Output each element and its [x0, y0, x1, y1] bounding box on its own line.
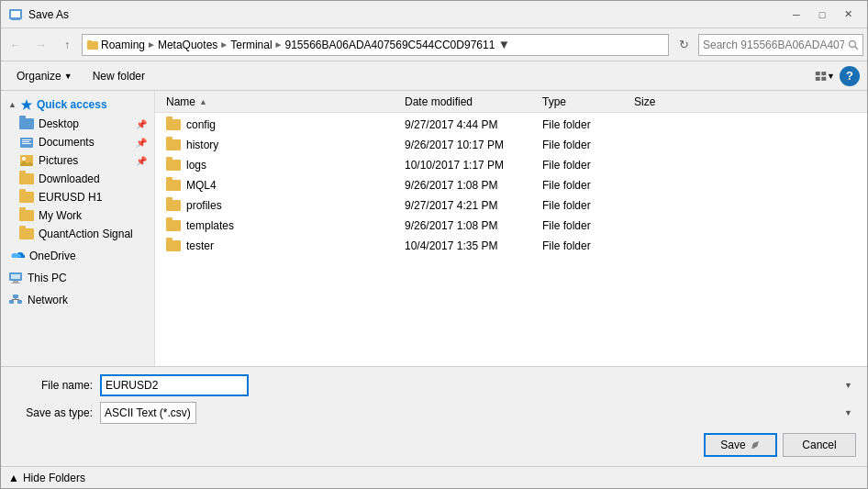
quick-access-section: ▲ Quick access Desktop 📌 [1, 94, 154, 243]
svg-rect-8 [816, 72, 820, 75]
sidebar-item-desktop[interactable]: Desktop 📌 [1, 115, 154, 133]
breadcrumb-id: 915566BA06ADA407569C544CC0D97611 [284, 39, 495, 51]
eurusd-folder-icon [19, 192, 34, 203]
file-date-cell: 9/26/2017 1:08 PM [405, 179, 542, 192]
file-folder-icon [166, 160, 181, 171]
file-name-cell: logs [166, 159, 405, 172]
onedrive-icon [8, 250, 25, 261]
hide-folders-button[interactable]: ▲ Hide Folders [8, 472, 85, 484]
column-date[interactable]: Date modified [405, 95, 542, 108]
dialog-title: Save As [28, 8, 785, 21]
sidebar-item-quantaction[interactable]: QuantAction Signal [1, 225, 154, 243]
network-icon [8, 294, 23, 306]
sidebar-item-pictures[interactable]: Pictures 📌 [1, 151, 154, 170]
table-row[interactable]: config 9/27/2017 4:44 PM File folder [155, 115, 867, 135]
column-name[interactable]: Name ▲ [166, 95, 405, 108]
refresh-button[interactable]: ↻ [673, 34, 695, 56]
save-button[interactable]: Save [704, 433, 777, 457]
filetype-select[interactable]: ASCII Text (*.csv) [100, 402, 196, 424]
file-date-cell: 10/4/2017 1:35 PM [405, 239, 542, 252]
file-folder-icon [166, 220, 181, 231]
search-icon [848, 39, 859, 50]
file-type-cell: File folder [542, 219, 634, 232]
table-row[interactable]: tester 10/4/2017 1:35 PM File folder [155, 236, 867, 256]
maximize-button[interactable]: □ [810, 6, 834, 24]
save-cursor-icon [750, 439, 761, 450]
file-date-cell: 9/26/2017 10:17 PM [405, 139, 542, 151]
new-folder-button[interactable]: New folder [84, 65, 153, 87]
filename-row: File name: [12, 374, 856, 396]
file-folder-icon [166, 180, 181, 191]
column-size[interactable]: Size [634, 95, 707, 108]
sidebar-item-onedrive[interactable]: OneDrive [1, 247, 154, 265]
table-row[interactable]: logs 10/10/2017 1:17 PM File folder [155, 155, 867, 175]
file-folder-icon [166, 119, 181, 130]
file-name-cell: profiles [166, 199, 405, 212]
search-input[interactable] [703, 39, 844, 51]
star-icon [20, 98, 33, 111]
desktop-folder-icon [19, 118, 34, 129]
organize-button[interactable]: Organize ▼ [8, 65, 81, 87]
sidebar-item-documents[interactable]: Documents 📌 [1, 133, 154, 151]
sidebar-item-mywork[interactable]: My Work [1, 206, 154, 225]
breadcrumb-metaquotes: MetaQuotes [158, 39, 217, 51]
svg-rect-25 [9, 300, 14, 304]
file-date-cell: 9/27/2017 4:44 PM [405, 118, 542, 131]
forward-button[interactable]: → [30, 34, 52, 56]
bottom-section: File name: Save as type: ASCII Text (*.c… [1, 366, 867, 466]
file-type-cell: File folder [542, 199, 634, 212]
sidebar-item-eurusd[interactable]: EURUSD H1 [1, 188, 154, 206]
onedrive-section: OneDrive [1, 247, 154, 265]
table-row[interactable]: templates 9/26/2017 1:08 PM File folder [155, 216, 867, 236]
thispc-section: This PC [1, 269, 154, 287]
close-button[interactable]: ✕ [836, 6, 860, 24]
sidebar-item-network[interactable]: Network [1, 291, 154, 309]
quick-access-header[interactable]: ▲ Quick access [1, 94, 154, 115]
file-type-cell: File folder [542, 139, 634, 151]
sidebar-item-thispc[interactable]: This PC [1, 269, 154, 287]
title-bar: Save As ─ □ ✕ [1, 1, 867, 28]
svg-rect-21 [11, 274, 20, 279]
view-icon [815, 69, 827, 83]
network-section: Network [1, 291, 154, 309]
file-name-cell: templates [166, 219, 405, 232]
minimize-button[interactable]: ─ [785, 6, 808, 24]
cancel-button[interactable]: Cancel [783, 433, 856, 457]
pin-icon-pictures: 📌 [136, 156, 147, 166]
file-list: config 9/27/2017 4:44 PM File folder his… [155, 113, 867, 366]
filename-label: File name: [12, 379, 93, 392]
svg-rect-23 [11, 283, 20, 283]
table-row[interactable]: history 9/26/2017 10:17 PM File folder [155, 135, 867, 155]
svg-line-29 [16, 299, 20, 300]
svg-point-18 [22, 157, 26, 161]
svg-rect-2 [13, 17, 18, 19]
view-options-button[interactable]: ▼ [814, 65, 836, 87]
svg-rect-24 [13, 295, 18, 298]
table-row[interactable]: MQL4 9/26/2017 1:08 PM File folder [155, 175, 867, 195]
file-name-cell: history [166, 139, 405, 151]
up-button[interactable]: ↑ [56, 34, 78, 56]
computer-icon [8, 272, 23, 284]
file-date-cell: 9/26/2017 1:08 PM [405, 219, 542, 232]
file-type-cell: File folder [542, 118, 634, 131]
help-button[interactable]: ? [840, 66, 860, 86]
sidebar: ▲ Quick access Desktop 📌 [1, 91, 155, 366]
file-folder-icon [166, 200, 181, 211]
filename-input[interactable] [100, 374, 249, 396]
file-date-cell: 10/10/2017 1:17 PM [405, 159, 542, 172]
file-name-cell: config [166, 118, 405, 131]
sidebar-item-downloaded[interactable]: Downloaded [1, 170, 154, 188]
breadcrumb-dropdown-button[interactable]: ▼ [496, 36, 511, 54]
svg-line-28 [12, 299, 17, 300]
dialog-footer: ▲ Hide Folders [1, 466, 867, 488]
table-row[interactable]: profiles 9/27/2017 4:21 PM File folder [155, 195, 867, 216]
breadcrumb-folder-icon [86, 39, 99, 51]
svg-rect-10 [816, 76, 820, 80]
column-type[interactable]: Type [542, 95, 634, 108]
back-button[interactable]: ← [5, 34, 27, 56]
file-type-cell: File folder [542, 179, 634, 192]
file-type-cell: File folder [542, 159, 634, 172]
svg-point-6 [850, 40, 856, 47]
svg-rect-22 [13, 281, 18, 283]
button-row: Save Cancel [12, 429, 856, 459]
